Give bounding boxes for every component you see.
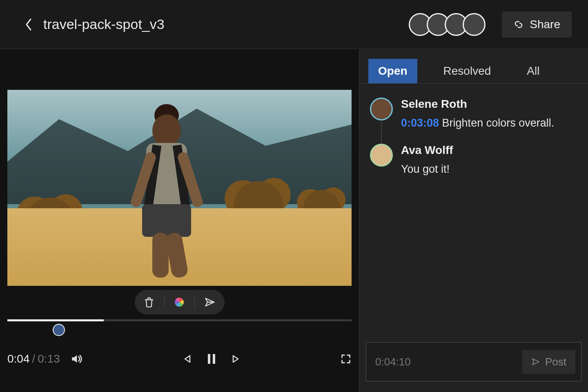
comment-tabs: Open Resolved All: [359, 49, 588, 84]
video-pane: 0:04 / 0:13: [0, 49, 359, 392]
chevron-left-icon: [24, 18, 33, 31]
tab-all[interactable]: All: [517, 59, 549, 83]
comment-marker[interactable]: [53, 324, 65, 336]
send-icon: [204, 296, 216, 308]
post-button[interactable]: Post: [522, 350, 575, 374]
comment-input[interactable]: [375, 356, 522, 368]
fullscreen-icon: [340, 353, 352, 365]
volume-icon: [70, 352, 83, 365]
delete-annotation-button[interactable]: [143, 296, 155, 308]
share-button[interactable]: Share: [502, 11, 572, 38]
timeline[interactable]: [7, 319, 352, 340]
collaborator-avatars: [409, 13, 486, 36]
avatar: [370, 144, 393, 167]
comment-composer: Post: [366, 342, 581, 381]
send-icon: [531, 357, 540, 366]
svg-marker-1: [185, 356, 190, 362]
comment[interactable]: Selene Roth 0:03:08 Brighten colors over…: [370, 98, 577, 131]
file-title: travel-pack-spot_v3: [43, 16, 165, 32]
next-frame-button[interactable]: [231, 354, 241, 364]
comment-text: 0:03:08 Brighten colors overall.: [401, 115, 577, 131]
share-label: Share: [530, 18, 560, 31]
color-picker-button[interactable]: [174, 297, 185, 307]
prev-frame-button[interactable]: [183, 354, 192, 364]
send-annotation-button[interactable]: [204, 296, 216, 308]
video-frame[interactable]: [7, 90, 352, 286]
trash-icon: [143, 296, 155, 308]
comments-pane: Open Resolved All Selene Roth 0:03:08 Br…: [359, 49, 588, 392]
duration: 0:13: [38, 352, 60, 365]
pause-icon: [206, 353, 217, 365]
avatar: [370, 98, 393, 120]
svg-rect-2: [208, 354, 210, 364]
comment-timestamp[interactable]: 0:03:08: [401, 117, 439, 129]
comment-author: Selene Roth: [401, 98, 577, 111]
header: travel-pack-spot_v3 Share: [0, 0, 588, 49]
volume-button[interactable]: [70, 352, 83, 365]
step-back-icon: [183, 354, 192, 364]
play-pause-button[interactable]: [206, 353, 217, 365]
comment-thread: Selene Roth 0:03:08 Brighten colors over…: [359, 84, 588, 342]
annotation-toolbar: [135, 290, 225, 314]
thread-rail: [381, 122, 382, 144]
link-icon: [513, 19, 524, 30]
fullscreen-button[interactable]: [340, 353, 352, 365]
current-time: 0:04: [7, 352, 30, 365]
tab-resolved[interactable]: Resolved: [434, 59, 501, 83]
comment-author: Ava Wolff: [401, 144, 577, 157]
avatar[interactable]: [463, 13, 486, 36]
tab-open[interactable]: Open: [368, 59, 417, 83]
separator: [164, 295, 165, 309]
svg-marker-4: [233, 356, 238, 362]
svg-rect-3: [213, 354, 215, 364]
separator: [194, 295, 195, 309]
post-label: Post: [545, 356, 566, 368]
back-button[interactable]: [20, 16, 37, 33]
color-wheel-icon: [174, 297, 185, 307]
step-forward-icon: [231, 354, 241, 364]
comment-text: You got it!: [401, 161, 577, 178]
transport-bar: 0:04 / 0:13: [7, 343, 352, 375]
time-separator: /: [32, 352, 36, 365]
comment[interactable]: Ava Wolff You got it!: [370, 144, 577, 178]
